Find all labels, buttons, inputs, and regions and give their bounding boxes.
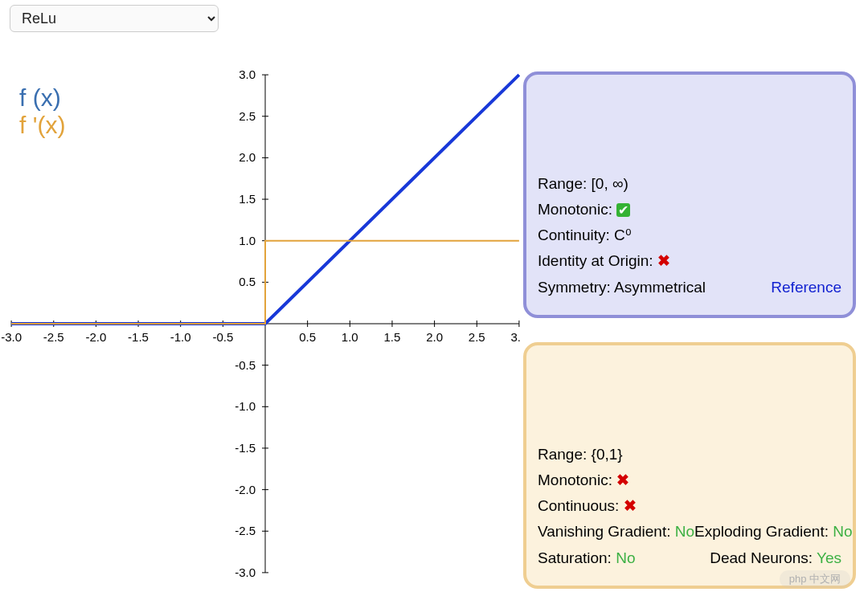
svg-text:3.0: 3.0 [510,330,520,344]
d-egrad-value: No [833,523,852,540]
d-sat-value: No [616,549,635,566]
f-range-label: Range: [538,175,587,192]
d-dead-value: Yes [817,549,841,566]
f-continuity-label: Continuity: [538,227,610,243]
d-sat-label: Saturation: [538,549,612,566]
svg-text:2.0: 2.0 [239,150,256,164]
chart-svg: -3.0-2.5-2.0-1.5-1.0-0.50.51.01.52.02.53… [0,68,520,582]
svg-text:-1.5: -1.5 [128,330,149,344]
d-range-label: Range: [538,446,587,463]
svg-text:-2.0: -2.0 [235,483,256,496]
svg-text:-0.5: -0.5 [235,358,256,372]
x-icon: ✖ [624,497,637,514]
svg-text:-3.0: -3.0 [1,330,22,344]
svg-text:-1.0: -1.0 [170,330,191,344]
d-continuous-label: Continuous: [538,497,619,514]
f-range-value: [0, ∞) [592,175,628,192]
d-range-value: {0,1} [592,446,623,463]
x-icon: ✖ [616,471,629,488]
svg-text:1.0: 1.0 [342,330,358,344]
x-icon: ✖ [657,252,670,269]
derivative-panel: Range: {0,1} Monotonic: ✖ Continuous: ✖ … [523,342,856,589]
d-monotonic-label: Monotonic: [538,471,612,488]
svg-text:-0.5: -0.5 [212,330,233,344]
activation-select[interactable]: ReLu [10,5,219,32]
chart: -3.0-2.5-2.0-1.5-1.0-0.50.51.01.52.02.53… [0,68,520,582]
svg-text:1.0: 1.0 [239,234,256,247]
f-continuity-value: C⁰ [614,227,632,243]
d-egrad-label: Exploding Gradient: [694,523,829,540]
svg-text:2.0: 2.0 [426,330,443,344]
svg-text:-2.5: -2.5 [43,330,64,344]
f-identity-label: Identity at Origin: [538,252,653,269]
svg-text:-3.0: -3.0 [235,565,256,579]
svg-text:0.5: 0.5 [239,275,256,288]
check-icon: ✔ [616,203,630,217]
svg-text:1.5: 1.5 [384,330,401,344]
function-panel: Range: [0, ∞) Monotonic: ✔ Continuity: C… [523,71,856,318]
watermark: php 中文网 [780,570,850,588]
svg-text:2.5: 2.5 [469,330,485,344]
svg-text:0.5: 0.5 [299,330,316,344]
f-symmetry-label: Symmetry: [538,279,611,296]
svg-text:2.5: 2.5 [239,109,256,123]
svg-text:-2.5: -2.5 [235,524,256,537]
reference-link[interactable]: Reference [771,275,841,300]
svg-text:1.5: 1.5 [239,192,256,206]
d-dead-label: Dead Neurons: [710,549,813,566]
svg-text:3.0: 3.0 [239,68,256,81]
f-symmetry-value: Asymmetrical [614,279,706,296]
svg-text:-2.0: -2.0 [85,330,106,344]
svg-text:-1.5: -1.5 [235,441,256,455]
d-vgrad-value: No [675,523,694,540]
d-vgrad-label: Vanishing Gradient: [538,523,670,540]
svg-text:-1.0: -1.0 [235,399,256,413]
f-monotonic-label: Monotonic: [538,201,612,218]
